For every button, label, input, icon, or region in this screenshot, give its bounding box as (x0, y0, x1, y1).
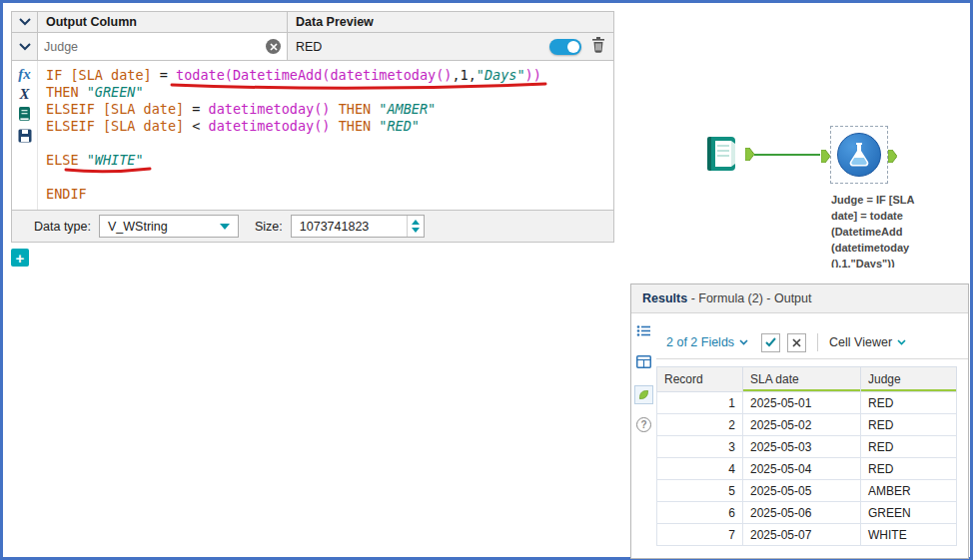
trash-icon (591, 37, 605, 53)
list-view-icon[interactable] (636, 323, 651, 341)
code-line: THEN "GREEN" (46, 84, 613, 101)
table-cell[interactable]: 2 (657, 414, 743, 436)
delete-expression-button[interactable] (591, 37, 605, 57)
table-cell[interactable]: RED (861, 436, 957, 458)
apply-edits-button[interactable] (761, 333, 780, 352)
code-token: THEN (331, 118, 380, 134)
code-token: [SLA date] (103, 101, 184, 117)
expression-active-toggle[interactable] (549, 39, 581, 55)
table-cell[interactable]: 6 (657, 502, 743, 524)
code-token: datetimetoday() (209, 101, 331, 117)
code-token: 1 (461, 67, 469, 83)
code-token: = (152, 67, 176, 83)
table-row[interactable]: 12025-05-01RED (657, 392, 957, 414)
table-row[interactable]: 42025-05-04RED (657, 458, 957, 480)
fields-dropdown[interactable]: 2 of 2 Fields (666, 335, 748, 349)
table-cell[interactable]: 2025-05-01 (743, 392, 861, 414)
code-token: = (184, 101, 208, 117)
chevron-down-icon (220, 224, 230, 230)
output-column-input[interactable]: Judge (38, 33, 287, 60)
column-header-record[interactable]: Record (657, 367, 743, 392)
tool-annotation[interactable]: Judge = IF [SLAdate] = todate(DatetimeAd… (831, 192, 951, 268)
chevron-down-icon (739, 339, 748, 345)
constants-book-icon[interactable] (17, 106, 32, 126)
table-row[interactable]: 52025-05-05AMBER (657, 480, 957, 502)
size-value: 1073741823 (300, 220, 407, 234)
variables-icon[interactable]: X (19, 86, 29, 103)
add-column-button[interactable]: + (11, 249, 29, 267)
size-stepper[interactable] (407, 216, 424, 237)
results-side-strip: ? (631, 313, 656, 558)
table-row[interactable]: 22025-05-02RED (657, 414, 957, 436)
input-anchor-icon[interactable] (821, 150, 830, 163)
formula-tool-selected[interactable] (830, 126, 888, 184)
table-cell[interactable]: 2025-05-07 (743, 524, 861, 546)
grid-view-icon[interactable] (636, 354, 651, 372)
table-row[interactable]: 72025-05-07WHITE (657, 524, 957, 546)
formula-code[interactable]: IF [SLA date] = todate(DatetimeAdd(datet… (38, 61, 613, 203)
table-cell[interactable]: RED (861, 414, 957, 436)
table-cell[interactable]: 7 (657, 524, 743, 546)
output-anchor-icon[interactable] (888, 150, 897, 163)
save-expression-icon[interactable] (18, 129, 32, 147)
help-icon[interactable]: ? (636, 417, 651, 432)
cell-viewer-dropdown[interactable]: Cell Viewer (829, 335, 906, 349)
clear-input-button[interactable] (266, 39, 281, 54)
expression-collapse-button[interactable] (12, 33, 38, 60)
formula-tool-circle (837, 133, 881, 177)
chevron-down-icon (19, 43, 31, 51)
table-cell[interactable]: 5 (657, 480, 743, 502)
table-cell[interactable]: 4 (657, 458, 743, 480)
code-token: THEN (46, 84, 87, 100)
discard-edits-button[interactable] (787, 333, 806, 352)
code-line (46, 169, 613, 186)
table-row[interactable]: 62025-05-06GREEN (657, 502, 957, 524)
table-cell[interactable]: RED (861, 392, 957, 414)
table-cell[interactable]: AMBER (861, 480, 957, 502)
collapse-chevron-button[interactable] (12, 12, 38, 32)
size-input[interactable]: 1073741823 (291, 215, 425, 238)
spinner-up-icon[interactable] (412, 220, 420, 225)
output-column-value: Judge (44, 40, 78, 54)
table-cell[interactable]: 2025-05-06 (743, 502, 861, 524)
table-row[interactable]: 32025-05-03RED (657, 436, 957, 458)
size-label: Size: (255, 220, 283, 234)
results-panel: Results - Formula (2) - Output (630, 283, 969, 559)
fields-label: 2 of 2 Fields (666, 335, 734, 349)
table-cell[interactable]: 3 (657, 436, 743, 458)
results-subtitle: - Formula (2) - Output (687, 291, 811, 305)
functions-icon[interactable]: fx (18, 66, 31, 83)
table-cell[interactable]: WHITE (861, 524, 957, 546)
app-window: Output Column Data Preview Judge RED (0, 0, 973, 560)
column-header-judge[interactable]: Judge (861, 367, 957, 392)
connection-wire[interactable] (754, 154, 820, 156)
table-cell[interactable]: 2025-05-05 (743, 480, 861, 502)
data-type-label: Data type: (34, 220, 91, 234)
code-line: ELSEIF [SLA date] < datetimetoday() THEN… (46, 118, 613, 135)
workflow-canvas[interactable]: Judge = IF [SLAdate] = todate(DatetimeAd… (615, 6, 970, 283)
close-icon (270, 43, 278, 51)
data-view-selected[interactable] (634, 385, 653, 404)
code-token: [SLA date] (70, 67, 151, 83)
code-token: "AMBER" (379, 101, 436, 117)
output-anchor-icon[interactable] (745, 148, 754, 161)
spinner-down-icon[interactable] (412, 228, 420, 233)
toggle-knob (567, 41, 579, 53)
column-header-sla-date[interactable]: SLA date (743, 367, 861, 392)
data-type-select[interactable]: V_WString (99, 215, 239, 238)
data-type-row: Data type: V_WString Size: 1073741823 (11, 211, 614, 243)
table-cell[interactable]: 1 (657, 392, 743, 414)
table-cell[interactable]: RED (861, 458, 957, 480)
toolbar-separator (817, 333, 818, 351)
data-type-value: V_WString (108, 220, 168, 234)
table-cell[interactable]: 2025-05-02 (743, 414, 861, 436)
text-input-tool[interactable] (701, 132, 745, 176)
code-token: ENDIF (46, 186, 87, 202)
annotation-line: (datetimetoday (831, 240, 951, 256)
code-line: IF [SLA date] = todate(DatetimeAdd(datet… (46, 67, 613, 84)
table-cell[interactable]: 2025-05-03 (743, 436, 861, 458)
code-token: "GREEN" (87, 84, 144, 100)
table-cell[interactable]: GREEN (861, 502, 957, 524)
close-box-icon (792, 338, 801, 347)
table-cell[interactable]: 2025-05-04 (743, 458, 861, 480)
